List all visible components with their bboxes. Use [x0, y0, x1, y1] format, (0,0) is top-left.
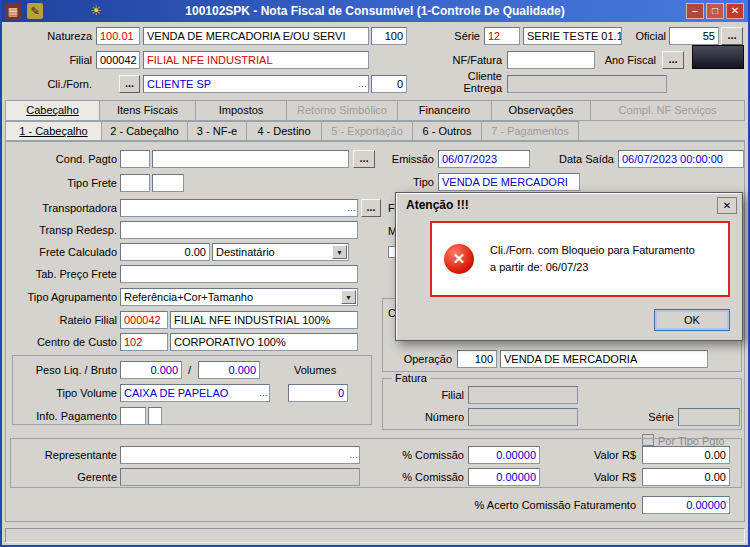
transportadora-lookup-icon[interactable]: …	[347, 200, 356, 216]
oficial-field[interactable]: 55	[669, 27, 719, 45]
valor1-field[interactable]: 0.00	[642, 446, 730, 464]
frete-calculado-label: Frete Calculado	[22, 245, 117, 259]
peso-liquido-field[interactable]: 0.000	[120, 361, 182, 379]
ok-button[interactable]: OK	[654, 309, 730, 331]
status-bar	[5, 528, 745, 543]
dialog-message-line1: Cli./Forn. com Bloqueio para Faturamento	[490, 244, 695, 256]
tab-retorno-simbolico: Retorno Simbólico	[286, 100, 398, 121]
error-message-box: ✕ Cli./Forn. com Bloqueio para Faturamen…	[430, 221, 730, 297]
tools-icon[interactable]: ✎	[27, 3, 43, 19]
tipo-volume-value: CAIXA DE PAPELAO	[124, 387, 228, 399]
dialog-message-line2: a partir de: 06/07/23	[490, 261, 588, 273]
fatura-numero-field	[468, 408, 578, 426]
frete-calculado-field[interactable]: 0.00	[120, 243, 210, 261]
tab-financeiro[interactable]: Financeiro	[397, 100, 492, 121]
cli-forn-browse-button[interactable]: ...	[119, 75, 140, 93]
transportadora-field[interactable]: …	[120, 199, 358, 217]
tab-itens-fiscais[interactable]: Itens Fiscais	[99, 100, 196, 121]
dropdown-arrow-icon[interactable]: ▼	[332, 245, 347, 259]
app-window: ▦ ✎ ☀ 100102SPK - Nota Fiscal de Consumí…	[0, 0, 750, 547]
tab-impostos[interactable]: Impostos	[195, 100, 287, 121]
fatura-filial-label: Filial	[422, 388, 464, 402]
sun-icon[interactable]: ☀	[88, 3, 104, 19]
subtab-6-outros[interactable]: 6 - Outros	[412, 121, 482, 141]
tipo-agrupamento-combobox[interactable]: Referência+Cor+Tamanho ▼	[120, 288, 358, 306]
filial-desc-field[interactable]: FILIAL NFE INDUSTRIAL	[143, 51, 369, 69]
comissao2-field[interactable]: 0.00000	[468, 468, 540, 486]
ano-fiscal-label: Ano Fiscal	[598, 53, 656, 67]
cond-pagto-code-field[interactable]	[120, 150, 150, 168]
cond-pagto-browse-button[interactable]: ...	[353, 150, 375, 168]
serie-code-field[interactable]: 12	[484, 27, 520, 45]
dark-action-button[interactable]	[692, 45, 744, 69]
frete-tipo-combobox[interactable]: Destinatário ▼	[212, 243, 349, 261]
tipo-frete-desc-field[interactable]	[152, 174, 184, 192]
fatura-serie-label: Série	[632, 410, 674, 424]
sub-tab-bar: 1 - Cabeçalho 2 - Cabeçalho 3 - NF-e 4 -…	[5, 121, 745, 141]
cli-forn-lookup-icon[interactable]: …	[358, 76, 367, 92]
filial-label: Filial	[12, 53, 92, 67]
tipo-field[interactable]: VENDA DE MERCADORI	[438, 173, 580, 191]
filial-code-field[interactable]: 000042	[96, 51, 140, 69]
info-pagamento-field[interactable]	[120, 407, 146, 425]
rateio-filial-desc-field[interactable]: FILIAL NFE INDUSTRIAL 100%	[170, 311, 358, 329]
ano-fiscal-browse-button[interactable]: ...	[662, 51, 684, 69]
subtab-2-cabecalho[interactable]: 2 - Cabeçalho	[101, 121, 188, 141]
rateio-filial-code-field[interactable]: 000042	[120, 311, 168, 329]
operacao-code-field[interactable]: 100	[457, 350, 497, 368]
subtab-4-destino[interactable]: 4 - Destino	[246, 121, 322, 141]
gerente-field	[120, 468, 360, 486]
acerto-comissao-field[interactable]: 0.00000	[642, 496, 730, 514]
subtab-3-nfe[interactable]: 3 - NF-e	[187, 121, 247, 141]
tipo-volume-lookup-icon[interactable]: …	[259, 385, 268, 401]
transp-redesp-field[interactable]	[120, 221, 358, 239]
volumes-field[interactable]: 0	[288, 384, 348, 402]
minimize-button[interactable]: –	[686, 3, 704, 19]
tab-cabecalho[interactable]: Cabeçalho	[5, 100, 100, 121]
comissao1-field[interactable]: 0.00000	[468, 446, 540, 464]
dialog-close-button[interactable]: ✕	[717, 197, 737, 214]
info-pagamento-label: Info. Pagamento	[22, 409, 117, 423]
oficial-browse-button[interactable]: ...	[721, 27, 743, 45]
cliente-entrega-label-2: Entrega	[442, 81, 502, 95]
comissao1-label: % Comissão	[398, 448, 464, 462]
info-pagamento-extra-field[interactable]	[148, 407, 162, 425]
natureza-code-field[interactable]: 100.01	[96, 27, 140, 45]
tipo-volume-label: Tipo Volume	[22, 386, 117, 400]
data-saida-label: Data Saída	[552, 152, 614, 166]
oficial-label: Oficial	[622, 29, 666, 43]
subtab-1-cabecalho[interactable]: 1 - Cabeçalho	[5, 121, 102, 141]
cli-forn-field[interactable]: CLIENTE SP …	[143, 75, 369, 93]
representante-lookup-icon[interactable]: …	[349, 447, 358, 463]
tab-preco-frete-field[interactable]	[120, 265, 358, 283]
centro-custo-desc-field[interactable]: CORPORATIVO 100%	[170, 333, 358, 351]
data-saida-field[interactable]: 06/07/2023 00:00:00	[618, 150, 744, 168]
valor2-field[interactable]: 0.00	[642, 468, 730, 486]
emissao-label: Emissão	[382, 152, 434, 166]
emissao-field[interactable]: 06/07/2023	[438, 150, 530, 168]
tipo-frete-code-field[interactable]	[120, 174, 150, 192]
gerente-label: Gerente	[22, 470, 117, 484]
representante-field[interactable]: …	[120, 446, 360, 464]
fatura-numero-label: Número	[416, 410, 464, 424]
nf-fatura-field[interactable]	[507, 51, 595, 69]
natureza-tipo-field[interactable]: 100	[371, 27, 407, 45]
tipo-frete-label: Tipo Frete	[22, 176, 117, 190]
natureza-desc-field[interactable]: VENDA DE MERCADORIA E/OU SERVI	[143, 27, 369, 45]
window-title: 100102SPK - Nota Fiscal de Consumível (1…	[0, 4, 750, 18]
serie-desc-field[interactable]: SERIE TESTE 01.1	[523, 27, 622, 45]
centro-custo-code-field[interactable]: 102	[120, 333, 168, 351]
fatura-group-label: Fatura	[392, 372, 430, 384]
close-button[interactable]: ✕	[726, 3, 744, 19]
grid-icon[interactable]: ▦	[5, 3, 21, 19]
tab-observacoes[interactable]: Observações	[491, 100, 591, 121]
maximize-button[interactable]: □	[706, 3, 724, 19]
operacao-desc-field[interactable]: VENDA DE MERCADORIA	[500, 350, 708, 368]
cond-pagto-desc-field[interactable]	[152, 150, 349, 168]
comissao2-label: % Comissão	[398, 470, 464, 484]
tipo-volume-field[interactable]: CAIXA DE PAPELAO …	[120, 384, 270, 402]
dropdown-arrow-icon[interactable]: ▼	[341, 290, 356, 304]
peso-bruto-field[interactable]: 0.000	[198, 361, 260, 379]
transportadora-browse-button[interactable]: ...	[361, 199, 381, 217]
cli-forn-loja-field[interactable]: 0	[371, 75, 407, 93]
